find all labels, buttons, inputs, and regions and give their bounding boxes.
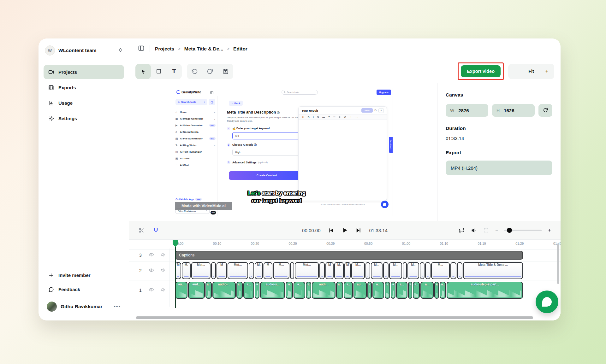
video-clip[interactable] xyxy=(319,262,325,279)
audio-clip[interactable]: a xyxy=(255,282,259,299)
video-clip[interactable]: Met... xyxy=(228,262,248,279)
video-clip[interactable] xyxy=(420,262,425,279)
video-clip[interactable]: M xyxy=(175,262,181,279)
sidebar-item-usage[interactable]: Usage xyxy=(44,96,124,110)
export-video-button[interactable]: Export video xyxy=(461,65,501,77)
sidebar-item-projects[interactable]: Projects xyxy=(44,65,124,79)
video-clip[interactable]: M xyxy=(325,262,334,279)
play-button[interactable] xyxy=(342,227,348,233)
video-clip[interactable]: M.. xyxy=(407,262,419,279)
video-clip[interactable] xyxy=(211,262,216,279)
video-clip[interactable] xyxy=(290,262,294,279)
skip-back-button[interactable] xyxy=(328,227,334,233)
undo-button[interactable] xyxy=(187,64,202,79)
video-canvas[interactable]: GravityWrite Search tools Upgrade Search… xyxy=(173,88,393,216)
video-clip[interactable]: M. xyxy=(182,262,191,279)
sidebar-item-exports[interactable]: Exports xyxy=(44,80,124,95)
video-clip[interactable]: M... xyxy=(273,262,289,279)
video-clip[interactable]: Met... xyxy=(191,262,211,279)
audio-clip[interactable]: a xyxy=(306,282,312,299)
audio-clip[interactable]: a.. xyxy=(336,282,343,299)
breadcrumb-projects[interactable]: Projects xyxy=(155,46,174,52)
audio-clip[interactable]: a.. xyxy=(205,282,212,299)
chevron-updown-icon[interactable] xyxy=(118,48,123,54)
panel-toggle-icon[interactable] xyxy=(138,45,145,53)
speaker-icon[interactable] xyxy=(160,252,166,259)
split-scissors-button[interactable] xyxy=(139,227,144,233)
audio-clip[interactable]: audio-... xyxy=(212,282,236,299)
video-clip[interactable] xyxy=(450,262,456,279)
audio-clip[interactable]: a xyxy=(385,282,390,299)
volume-button[interactable] xyxy=(471,227,477,233)
video-clip[interactable] xyxy=(365,262,370,279)
workspace-switcher[interactable]: W WLcontent team xyxy=(44,45,124,56)
eye-icon[interactable] xyxy=(149,267,154,274)
audio-clip[interactable]: au... xyxy=(175,282,187,299)
canvas-height-input[interactable]: H 1626 xyxy=(492,104,535,117)
video-clip[interactable] xyxy=(249,262,254,279)
audio-clip[interactable]: aud... xyxy=(188,282,205,299)
save-button[interactable] xyxy=(218,64,233,79)
eye-icon[interactable] xyxy=(149,287,154,294)
audio-clip[interactable]: a. xyxy=(367,282,372,299)
select-tool-button[interactable] xyxy=(135,64,151,79)
slider-knob[interactable] xyxy=(507,228,512,233)
video-clip[interactable] xyxy=(403,262,407,279)
audio-clip[interactable]: au... xyxy=(354,282,367,299)
video-clip[interactable] xyxy=(457,262,462,279)
zoom-in-button[interactable]: + xyxy=(539,68,554,74)
audio-clip[interactable]: a... xyxy=(372,282,384,299)
fullscreen-button[interactable] xyxy=(483,227,489,233)
horizontal-scrollbar[interactable] xyxy=(136,316,533,319)
captions-track-clip[interactable]: Captions xyxy=(175,251,523,260)
video-clip[interactable]: M. xyxy=(334,262,344,279)
audio-clip[interactable]: a.. xyxy=(440,282,446,299)
video-clip[interactable]: M xyxy=(264,262,272,279)
audio-clip[interactable]: a xyxy=(408,282,412,299)
video-clip[interactable] xyxy=(383,262,389,279)
video-clip[interactable] xyxy=(425,262,431,279)
audio-clip[interactable]: a... xyxy=(236,282,243,299)
sidebar-item-settings[interactable]: Settings xyxy=(44,111,124,126)
ellipsis-menu-icon[interactable]: ••• xyxy=(114,304,121,309)
audio-clip[interactable]: a.. xyxy=(413,282,420,299)
canvas-refresh-button[interactable] xyxy=(538,104,552,117)
breadcrumb-project-name[interactable]: Meta Title & De... xyxy=(184,46,223,52)
audio-clip[interactable]: a... xyxy=(243,282,254,299)
loop-button[interactable] xyxy=(459,227,465,233)
audio-clip[interactable]: a xyxy=(434,282,439,299)
video-clip[interactable]: Met... xyxy=(295,262,319,279)
audio-clip[interactable]: audio-s... xyxy=(260,282,285,299)
video-clip[interactable]: M. xyxy=(255,262,263,279)
video-clip[interactable]: M xyxy=(344,262,350,279)
invite-member-button[interactable]: Invite member xyxy=(44,268,124,282)
audio-clip[interactable]: a xyxy=(391,282,395,299)
timeline-zoom-out[interactable]: − xyxy=(495,228,498,233)
video-clip[interactable]: M xyxy=(217,262,227,279)
support-chat-button[interactable] xyxy=(536,291,558,313)
audio-clip[interactable]: audio-step-2-part... xyxy=(447,282,523,299)
speaker-icon[interactable] xyxy=(160,287,166,294)
zoom-out-button[interactable]: − xyxy=(508,68,523,74)
vertical-scrollbar[interactable] xyxy=(557,244,559,284)
skip-forward-button[interactable] xyxy=(356,227,362,233)
user-account-row[interactable]: Githu Ravikkumar ••• xyxy=(44,298,124,315)
video-clip[interactable]: Meta Title & Desc ... xyxy=(463,262,523,279)
video-clip[interactable]: M... xyxy=(389,262,402,279)
audio-clip[interactable]: a. xyxy=(286,282,293,299)
video-clip[interactable]: M... xyxy=(431,262,450,279)
audio-clip[interactable]: a.. xyxy=(344,282,353,299)
audio-clip[interactable]: a... xyxy=(294,282,305,299)
text-tool-button[interactable]: T xyxy=(166,64,182,79)
rectangle-tool-button[interactable] xyxy=(151,64,166,79)
canvas-width-input[interactable]: W 2876 xyxy=(446,104,488,117)
export-format-select[interactable]: MP4 (H.264) xyxy=(446,161,552,175)
zoom-fit-button[interactable]: Fit xyxy=(523,69,539,74)
speaker-icon[interactable] xyxy=(160,267,166,274)
feedback-button[interactable]: Feedback xyxy=(44,282,124,296)
redo-button[interactable] xyxy=(202,64,218,79)
magnet-snap-button[interactable] xyxy=(153,227,159,233)
audio-clip[interactable]: audi... xyxy=(312,282,335,299)
audio-clip[interactable]: a... xyxy=(396,282,407,299)
time-ruler[interactable]: 00:0000:1000:2000:2900:3900:5001:0001:10… xyxy=(175,242,554,248)
